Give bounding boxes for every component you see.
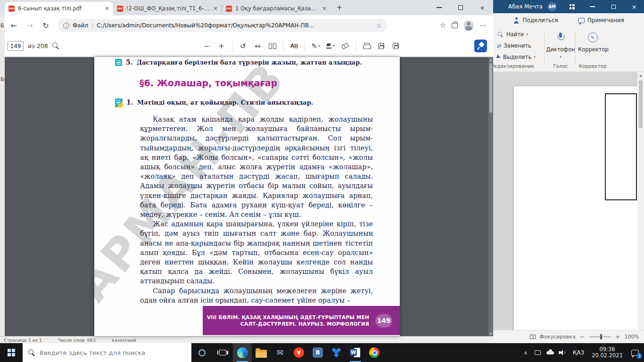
- info-icon[interactable]: i: [63, 23, 69, 29]
- background-text-fragment: Б: [0, 23, 4, 29]
- focus-mode-label[interactable]: Фокусировка: [540, 334, 576, 340]
- chevron-down-icon: ▾: [333, 44, 335, 48]
- scrollbar-thumb[interactable]: [489, 63, 492, 113]
- tab-inactive-2[interactable]: PDF 1 Оқу бағдарламасы_Қазақ тілі ×: [222, 2, 330, 15]
- rotate-button[interactable]: ↺: [237, 40, 249, 53]
- draw-button[interactable]: ✎▾: [309, 40, 322, 53]
- fit-width-button[interactable]: ↔: [251, 40, 264, 53]
- account-avatar[interactable]: АМ: [547, 2, 557, 11]
- scroll-up-icon[interactable]: ▲: [637, 72, 644, 77]
- zoom-out-button[interactable]: −: [580, 333, 585, 340]
- tab-close-icon[interactable]: ×: [322, 5, 327, 12]
- exercise-text: Мәтінді оқып, ат қойыңдар. Стилін анықта…: [137, 99, 314, 106]
- more-menu-icon[interactable]: ⋯: [479, 21, 487, 30]
- forward-button[interactable]: →: [23, 18, 37, 33]
- print-button[interactable]: [360, 40, 373, 53]
- minimize-button[interactable]: [582, 0, 603, 13]
- highlight-button[interactable]: ▾: [324, 40, 337, 53]
- share-button[interactable]: Поделиться: [513, 17, 558, 24]
- ribbon-options-button[interactable]: [561, 0, 582, 13]
- tab-close-icon[interactable]: ×: [213, 5, 218, 12]
- pdf-scrollbar[interactable]: ▲ ▼: [488, 57, 493, 336]
- background-word-statusbar: Страница 1 из 1 Число слов: 683 казахски…: [0, 336, 493, 343]
- close-button[interactable]: ×: [624, 0, 644, 13]
- tab-active-pdf[interactable]: PDF 6-сынып қазақ тілі.pdf ×: [5, 2, 113, 15]
- erase-button[interactable]: [339, 40, 351, 53]
- taskbar-chrome-icon[interactable]: [365, 343, 384, 362]
- taskbar-explorer-icon[interactable]: [252, 343, 271, 362]
- close-button[interactable]: ×: [471, 0, 493, 15]
- save-button[interactable]: [375, 40, 388, 53]
- status-word-count: Число слов: 683: [58, 337, 96, 343]
- profile-avatar[interactable]: [463, 20, 474, 31]
- replace-button[interactable]: ⇄Заменить: [497, 41, 531, 51]
- chapter-footer: VIII БӨЛІМ. ҚАЗАҚ ХАЛҚЫНЫҢ ӘДЕТ-ҒҰРЫПТАР…: [203, 306, 400, 335]
- account-name[interactable]: Абая Мечта: [508, 3, 543, 10]
- word-scrollbar[interactable]: ▲: [637, 72, 644, 330]
- tab-close-icon[interactable]: ×: [105, 5, 109, 12]
- cortana-button[interactable]: [191, 343, 212, 362]
- paragraph: Қазақ атам қашанда қара жолды қадірлеп, …: [140, 115, 373, 219]
- zoom-level[interactable]: 100%: [625, 334, 639, 340]
- refresh-button[interactable]: ↻: [39, 18, 53, 33]
- select-button[interactable]: Выделить▾: [497, 52, 536, 62]
- editor-button[interactable]: ✎ Корректор: [578, 29, 607, 53]
- address-separator: |: [91, 22, 93, 29]
- task-view-button[interactable]: [212, 343, 233, 362]
- focus-mode-icon[interactable]: [530, 335, 536, 339]
- taskbar-vk-icon[interactable]: В: [308, 343, 327, 362]
- action-center-button[interactable]: 3: [626, 343, 644, 362]
- zoom-in-button[interactable]: +: [215, 40, 228, 53]
- time: 09:36: [592, 346, 623, 353]
- volume-button[interactable]: [556, 343, 569, 362]
- favorites-icon[interactable]: ☆: [440, 21, 446, 30]
- find-button[interactable]: Найти▾: [497, 29, 528, 40]
- display-icon[interactable]: [532, 343, 544, 362]
- word-document-page[interactable]: [514, 86, 644, 343]
- chevron-down-icon: ▾: [318, 44, 320, 48]
- scrollbar-thumb[interactable]: [639, 81, 643, 128]
- vk-icon: В: [313, 347, 323, 358]
- page-number-input[interactable]: [8, 41, 24, 51]
- tray-expand-button[interactable]: ∧: [520, 343, 532, 362]
- onedrive-icon[interactable]: [544, 343, 556, 362]
- zoom-slider[interactable]: [589, 336, 611, 337]
- maximize-button[interactable]: [450, 0, 471, 15]
- pin-toolbar-button[interactable]: [474, 40, 487, 52]
- comments-button[interactable]: Примечания: [578, 17, 624, 24]
- zoom-out-button[interactable]: −: [200, 40, 213, 53]
- taskbar-search[interactable]: [23, 343, 191, 362]
- taskbar-edge-icon[interactable]: [233, 343, 252, 362]
- pdf-viewport[interactable]: АРМАН-ПВ 6 5. Дастарқанға берілетін бата…: [0, 57, 493, 336]
- cortana-icon: [198, 349, 206, 356]
- taskbar-yandex-icon[interactable]: Y: [289, 343, 308, 362]
- page-view-icon: [269, 43, 276, 49]
- page-view-button[interactable]: [266, 40, 279, 53]
- collections-icon[interactable]: [452, 23, 458, 28]
- search-icon[interactable]: [52, 42, 59, 49]
- minimize-button[interactable]: [428, 0, 450, 15]
- background-text-fragment: Бу: [0, 76, 7, 82]
- tab-title: 6-сынып қазақ тілі.pdf: [18, 5, 101, 12]
- zoom-in-button[interactable]: +: [615, 333, 620, 340]
- address-bar[interactable]: i Файл | C:/Users/admin/Documents/Новый%…: [58, 19, 388, 32]
- dictate-button[interactable]: Диктофон ▾: [546, 29, 575, 59]
- taskbar-mail-icon[interactable]: ✉: [271, 343, 289, 362]
- search-input[interactable]: [40, 349, 181, 356]
- language-indicator[interactable]: ҚАЗ: [569, 349, 588, 356]
- scroll-up-icon[interactable]: ▲: [490, 57, 492, 62]
- save-as-button[interactable]: [389, 40, 402, 53]
- start-button[interactable]: [0, 343, 23, 362]
- clock[interactable]: 09:36 20.02.2021: [588, 346, 626, 359]
- taskbar-word-icon[interactable]: W: [346, 343, 365, 362]
- back-button[interactable]: ←: [7, 18, 21, 33]
- read-aloud-button[interactable]: A)): [288, 40, 300, 53]
- new-tab-button[interactable]: +: [333, 1, 346, 14]
- tab-inactive-1[interactable]: PDF !2-ОШ_ФО_Қазақ тілі_Т1_6-сын ×: [113, 2, 222, 15]
- add-favorite-icon[interactable]: ☆: [376, 22, 382, 29]
- exercise-number: 5.: [126, 58, 133, 66]
- taskbar-dropbox-icon[interactable]: [327, 343, 346, 362]
- minimize-icon: [590, 6, 595, 7]
- maximize-button[interactable]: [603, 0, 624, 13]
- scroll-down-icon[interactable]: ▼: [490, 331, 492, 336]
